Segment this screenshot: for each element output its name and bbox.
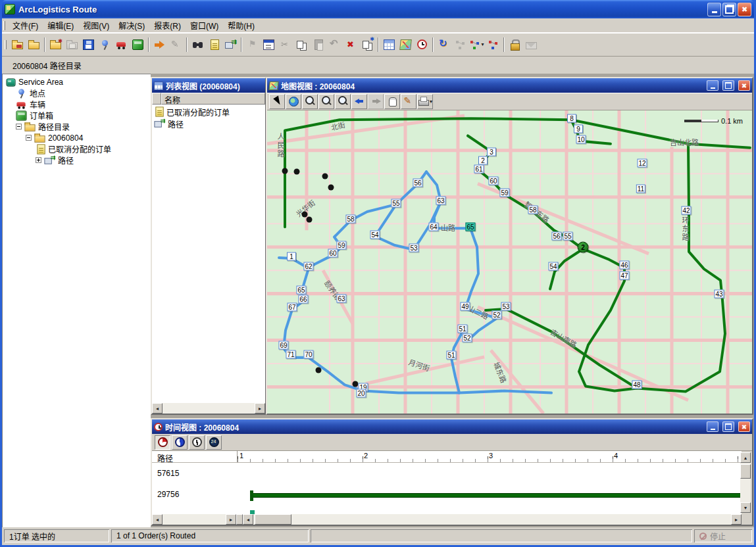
scroll-left-icon[interactable]: ◂: [152, 403, 163, 414]
previous-extent-tool-button[interactable]: [351, 94, 367, 109]
title-bar[interactable]: ArcLogistics Route: [2, 0, 754, 18]
status-stop[interactable]: 停止: [694, 529, 752, 542]
map-stop-marker[interactable]: 63: [436, 197, 445, 205]
map-stop-marker[interactable]: 67: [287, 303, 297, 312]
map-title-bar[interactable]: 地图视图 : 20060804: [267, 78, 752, 93]
scale-24h-button[interactable]: [206, 435, 222, 450]
properties-button[interactable]: [261, 37, 277, 53]
scroll-splitter[interactable]: [236, 514, 243, 525]
map-stop-marker[interactable]: 51: [457, 325, 467, 333]
pan-tool-button[interactable]: [384, 94, 400, 109]
order-dot[interactable]: [307, 217, 313, 223]
map-stop-marker[interactable]: 52: [462, 334, 472, 343]
map-stop-marker[interactable]: 61: [474, 165, 484, 174]
network-analysis-button[interactable]: [452, 37, 468, 53]
copy-special-button[interactable]: [359, 37, 376, 53]
map-stop-marker[interactable]: 20: [356, 389, 366, 398]
hscro ll-thumb[interactable]: [255, 514, 291, 525]
scale-4h-button[interactable]: [172, 435, 188, 450]
list-row-0[interactable]: 已取消分配的订单: [152, 106, 265, 118]
zoom-out-tool-button[interactable]: [318, 94, 334, 109]
column-hscrollbar[interactable]: ◂ ▸: [152, 514, 236, 525]
map-stop-marker[interactable]: 8: [567, 114, 576, 123]
expand-icon[interactable]: [36, 157, 41, 163]
menu-item-1[interactable]: 编辑(E): [43, 18, 78, 33]
open-button[interactable]: [26, 37, 42, 53]
tree-item-6[interactable]: 已取消分配的订单: [2, 143, 151, 155]
map-stop-marker[interactable]: 49: [460, 302, 470, 311]
map-stop-marker[interactable]: 2: [478, 156, 488, 165]
map-stop-marker[interactable]: 1: [287, 252, 296, 261]
map-stop-marker[interactable]: 54: [548, 262, 558, 271]
copy-button[interactable]: [293, 37, 310, 53]
map-stop-marker[interactable]: 11: [636, 185, 645, 193]
map-stop-marker[interactable]: 63: [336, 295, 346, 303]
order-dot[interactable]: [316, 368, 322, 373]
measure-tool-button[interactable]: [401, 94, 416, 109]
tree-item-7[interactable]: 路径: [2, 155, 151, 166]
save-button[interactable]: [80, 37, 97, 53]
reassign-button[interactable]: [485, 37, 501, 53]
order-dot[interactable]: [353, 381, 359, 387]
new-route-button[interactable]: [222, 37, 239, 53]
menu-grip[interactable]: [3, 21, 5, 30]
map-minimize-button[interactable]: [707, 80, 718, 91]
import-button[interactable]: [151, 37, 168, 53]
map-stop-marker[interactable]: 47: [619, 272, 629, 280]
map-stop-marker[interactable]: 56: [413, 179, 422, 187]
map-stop-marker[interactable]: 2: [578, 242, 589, 253]
map-stop-marker[interactable]: 62: [303, 262, 313, 271]
map-stop-marker[interactable]: 53: [501, 302, 511, 311]
map-stop-marker[interactable]: 58: [345, 215, 355, 224]
map-stop-marker[interactable]: 71: [286, 350, 295, 359]
scroll-right-icon[interactable]: ▸: [226, 514, 236, 525]
map-stop-marker[interactable]: 48: [632, 381, 642, 389]
solve-button[interactable]: [436, 37, 452, 53]
send-button[interactable]: [523, 37, 540, 53]
map-stop-marker[interactable]: 51: [446, 351, 456, 360]
map-stop-marker[interactable]: 54: [370, 231, 380, 239]
zoom-in-tool-button[interactable]: [302, 94, 318, 109]
tree-item-3[interactable]: 订单箱: [2, 110, 151, 121]
map-stop-marker[interactable]: 59: [499, 189, 509, 197]
order-dot[interactable]: [294, 169, 300, 175]
timeline-hscroll-track[interactable]: [253, 514, 731, 525]
map-stop-marker[interactable]: 3: [487, 148, 496, 156]
map-stop-marker[interactable]: 10: [576, 135, 586, 144]
time-view-button[interactable]: [414, 37, 430, 53]
map-stop-marker[interactable]: 59: [336, 241, 346, 250]
menu-item-2[interactable]: 视图(V): [78, 18, 114, 33]
map-close-button[interactable]: [738, 80, 750, 91]
cut-button[interactable]: [277, 37, 293, 53]
menu-item-0[interactable]: 文件(F): [8, 18, 43, 33]
menu-item-3[interactable]: 解决(S): [114, 18, 149, 33]
list-view-button[interactable]: [381, 37, 397, 53]
map-stop-marker[interactable]: 53: [409, 244, 418, 252]
minimize-button[interactable]: [707, 3, 721, 16]
timeline-hscrollbar[interactable]: ◂ ▸: [243, 514, 742, 525]
toolbar-grip[interactable]: [5, 40, 7, 49]
scroll-down-icon[interactable]: ▾: [740, 502, 751, 513]
lock-button[interactable]: [507, 37, 523, 53]
scroll-left-icon[interactable]: ◂: [243, 514, 253, 525]
scroll-right-icon[interactable]: ▸: [255, 403, 265, 414]
list-title-bar[interactable]: 列表视图 (20060804): [152, 78, 265, 93]
map-stop-marker[interactable]: 55: [391, 199, 401, 208]
list-hscrollbar[interactable]: ◂ ▸: [152, 403, 265, 414]
map-stop-marker[interactable]: 69: [278, 341, 288, 350]
close-button[interactable]: [738, 3, 751, 16]
full-extent-tool-button[interactable]: [286, 94, 301, 109]
column-hscroll-track[interactable]: [163, 514, 226, 525]
map-stop-marker[interactable]: 70: [303, 350, 313, 359]
edit-button[interactable]: [168, 37, 184, 53]
menu-item-4[interactable]: 报表(R): [149, 18, 186, 33]
map-stop-marker[interactable]: 52: [491, 311, 501, 320]
find-button[interactable]: [189, 37, 206, 53]
map-canvas[interactable]: 北街人民路吉山北路智溪东路外环东路山路光华街颐养街吉山二路吉山南路月河街城东路 …: [267, 110, 752, 414]
collapse-icon[interactable]: [16, 124, 22, 130]
time-minimize-button[interactable]: [707, 421, 718, 432]
delete-button[interactable]: [343, 37, 359, 53]
map-stop-marker[interactable]: 60: [328, 249, 338, 258]
scroll-up-icon[interactable]: ▴: [740, 452, 751, 463]
zoom-selected-tool-button[interactable]: [335, 94, 351, 109]
